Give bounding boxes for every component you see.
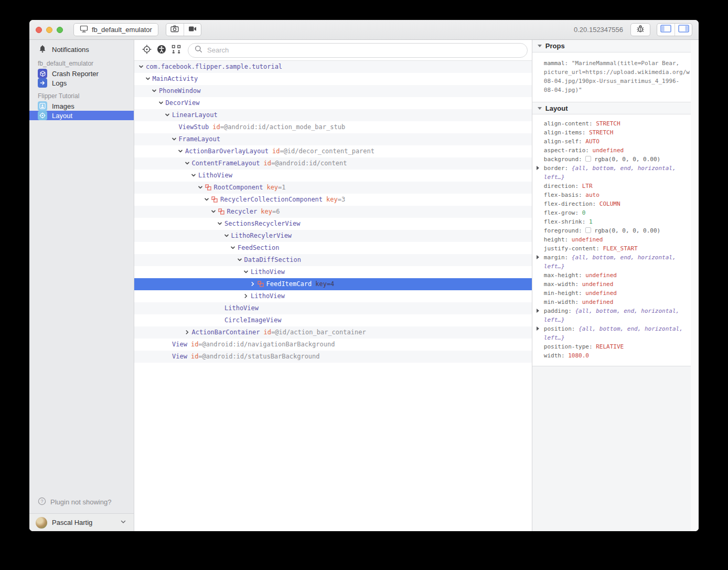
layout-prop-row[interactable]: border: {all, bottom, end, horizontal, l… — [532, 164, 688, 182]
tree-row[interactable]: ViewStubid=@android:id/action_mode_bar_s… — [134, 121, 532, 133]
chevron-right-icon[interactable] — [185, 326, 192, 339]
tree-row[interactable]: Viewid=@android:id/navigationBarBackgrou… — [134, 339, 532, 351]
target-mode-button[interactable] — [140, 43, 154, 58]
tree-row[interactable]: Viewid=@android:id/statusBarBackground — [134, 351, 532, 363]
prop-value: undefined — [585, 272, 617, 279]
zoom-window-button[interactable] — [57, 27, 63, 33]
search-input[interactable] — [206, 46, 521, 55]
expander-icon[interactable] — [537, 326, 539, 331]
tree-row[interactable]: LithoView — [134, 290, 532, 302]
minimize-window-button[interactable] — [46, 27, 52, 33]
tree-row[interactable]: DecorView — [134, 97, 532, 109]
chevron-down-icon[interactable] — [138, 61, 146, 73]
tree-row[interactable]: ActionBarContainerid=@id/action_bar_cont… — [134, 326, 532, 339]
tree-row[interactable]: com.facebook.flipper.sample.tutorial — [134, 61, 532, 73]
chevron-down-icon[interactable] — [158, 97, 166, 109]
chevron-down-icon[interactable] — [191, 170, 198, 182]
bug-icon — [636, 24, 645, 36]
report-bug-button[interactable] — [630, 23, 650, 36]
toggle-left-sidebar-button[interactable] — [657, 24, 675, 36]
sidebar-item-logs[interactable]: Logs — [29, 78, 134, 88]
toggle-right-sidebar-button[interactable] — [675, 24, 692, 36]
expander-icon[interactable] — [537, 309, 539, 313]
user-account-row[interactable]: Pascal Hartig — [29, 513, 134, 531]
details-panel-scrollbar[interactable] — [691, 40, 699, 531]
tree-row[interactable]: CircleImageView — [134, 314, 532, 326]
chevron-down-icon[interactable] — [237, 254, 244, 266]
screen-record-button[interactable] — [184, 24, 201, 36]
layout-prop-row: width: 1080.0 — [532, 351, 688, 360]
prop-value: AUTO — [585, 138, 599, 145]
close-window-button[interactable] — [36, 27, 42, 33]
chevron-down-icon[interactable] — [198, 182, 205, 194]
prop-value: 1 — [589, 218, 593, 225]
prop-key: max-width — [544, 281, 575, 288]
litho-component-icon — [218, 206, 227, 218]
tree-row[interactable]: SectionsRecyclerView — [134, 218, 532, 230]
tree-attr-key: key — [266, 184, 278, 191]
tree-row[interactable]: DataDiffSection — [134, 254, 532, 266]
chevron-down-icon[interactable] — [230, 242, 238, 254]
tree-attr-value: =1 — [278, 184, 285, 191]
sidebar-item-crash-reporter[interactable]: Crash Reporter — [29, 69, 134, 78]
tree-attr-value: =@id/action_bar_container — [271, 329, 366, 336]
expander-icon[interactable] — [537, 166, 539, 170]
layout-prop-row: height: undefined — [532, 235, 688, 244]
tree-row[interactable]: ContentFrameLayoutid=@android:id/content — [134, 157, 532, 170]
tree-row[interactable]: PhoneWindow — [134, 85, 532, 97]
tree-row[interactable]: FeedSection — [134, 242, 532, 254]
props-section-header[interactable]: Props — [532, 40, 691, 52]
tree-row[interactable]: ActionBarOverlayLayoutid=@id/decor_conte… — [134, 145, 532, 157]
tree-row[interactable]: LinearLayout — [134, 109, 532, 121]
tree-row[interactable]: FrameLayout — [134, 133, 532, 145]
chevron-down-icon[interactable] — [204, 194, 211, 206]
sidebar-item-notifications[interactable]: Notifications — [29, 44, 134, 55]
tree-node-name: LithoView — [198, 172, 232, 179]
chevron-down-icon[interactable] — [217, 218, 224, 230]
tree-layout-button[interactable] — [169, 43, 184, 58]
tree-row[interactable]: LithoView — [134, 170, 532, 182]
sidebar-item-images[interactable]: Images — [29, 101, 134, 111]
tree-row[interactable]: Recyclerkey=6 — [134, 206, 532, 218]
tree-row[interactable]: LithoView — [134, 266, 532, 278]
accessibility-mode-button[interactable] — [154, 43, 169, 58]
details-sections: Props mammal: "MarineMammal(title=Polar … — [532, 40, 691, 366]
layout-prop-row: justify-content: FLEX_START — [532, 244, 688, 253]
chevron-down-icon[interactable] — [243, 266, 251, 278]
tree-row[interactable]: MainActivity — [134, 73, 532, 85]
layout-prop-row[interactable]: margin: {all, bottom, end, horizontal, l… — [532, 253, 688, 271]
chevron-right-icon[interactable] — [243, 290, 251, 302]
screenshot-button[interactable] — [166, 24, 184, 36]
chevron-down-icon[interactable] — [152, 85, 159, 97]
plugin-help-link[interactable]: ? Plugin not showing? — [29, 492, 134, 513]
chevron-down-icon[interactable] — [165, 109, 172, 121]
tree-row[interactable]: RecyclerCollectionComponentkey=3 — [134, 194, 532, 206]
expander-icon[interactable] — [537, 255, 539, 259]
panel-toggle-group — [657, 23, 692, 36]
sidebar-item-layout[interactable]: Layout — [29, 111, 134, 120]
chevron-down-icon[interactable] — [211, 206, 218, 218]
chevron-right-icon[interactable] — [250, 278, 258, 290]
layout-section-header[interactable]: Layout — [532, 102, 691, 114]
svg-text:?: ? — [40, 499, 43, 504]
sidebar-item-label: Images — [52, 102, 74, 110]
chevron-down-icon[interactable] — [178, 145, 185, 157]
layout-prop-row[interactable]: padding: {all, bottom, end, horizontal, … — [532, 307, 688, 324]
tree-node-name: com.facebook.flipper.sample.tutorial — [146, 63, 282, 70]
tree-row[interactable]: LithoView — [134, 302, 532, 314]
tree-node-name: LithoView — [251, 292, 285, 300]
tree-row[interactable]: RootComponentkey=1 — [134, 182, 532, 194]
chevron-down-icon[interactable] — [185, 157, 192, 170]
tree-row[interactable]: LithoRecylerView — [134, 230, 532, 242]
left-panel-icon — [660, 25, 671, 35]
chevron-down-icon[interactable] — [145, 73, 153, 85]
prop-key: direction — [544, 183, 575, 189]
chevron-down-icon[interactable] — [224, 230, 231, 242]
chevron-down-icon[interactable] — [172, 133, 179, 145]
capture-button-group — [166, 23, 201, 36]
tree-attr-value: =@android:id/statusBarBackground — [198, 353, 319, 360]
layout-prop-row[interactable]: position: {all, bottom, end, horizontal,… — [532, 324, 688, 342]
device-selector-button[interactable]: fb_default_emulator — [73, 23, 158, 36]
tree-row[interactable]: FeedItemCardkey=4 — [134, 278, 532, 290]
arrow-right-icon — [38, 78, 47, 88]
